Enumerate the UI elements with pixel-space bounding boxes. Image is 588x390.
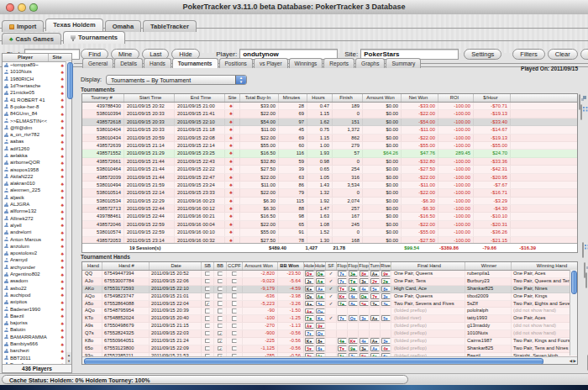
- hand-row[interactable]: QQ675494473942011/09/15 20:52-2,820-23.5…: [82, 271, 577, 278]
- player-row[interactable]: andrelorri♠: [3, 229, 66, 235]
- checkbox[interactable]: [232, 339, 237, 344]
- grid-view-icon[interactable]: [585, 272, 587, 288]
- hand-row[interactable]: AQo675498237472011/09/15 21:01-636-3.98Q…: [82, 293, 577, 301]
- column-header[interactable]: BB: [214, 262, 227, 270]
- checkbox[interactable]: ✓: [218, 331, 223, 336]
- column-header[interactable]: SB: [202, 262, 214, 270]
- player-row[interactable]: Allinek272♠: [3, 215, 66, 222]
- tournament-row[interactable]: 5380104342011/09/15 20:592011/09/15 22:0…: [82, 134, 577, 142]
- tournament-row[interactable]: 5380104642011/09/15 21:442011/09/15 22:2…: [82, 166, 577, 173]
- checkbox[interactable]: ✓: [218, 339, 223, 344]
- checkbox[interactable]: [205, 271, 210, 277]
- tab-winnings[interactable]: Winnings: [289, 58, 323, 68]
- player-row[interactable]: alyell♠: [3, 222, 66, 229]
- display-dropdown[interactable]: Tournaments – By Tournament ▲▼: [106, 75, 247, 85]
- column-header[interactable]: Flop: [337, 262, 348, 270]
- scroll-arrows-icon[interactable]: ◀ ▶: [570, 358, 576, 364]
- tournament-row[interactable]: 4385715522011/09/15 21:292011/09/15 23:2…: [82, 150, 577, 157]
- column-header[interactable]: Finish: [333, 94, 363, 102]
- checkbox[interactable]: [205, 293, 210, 298]
- tournament-row[interactable]: 5380104042011/09/15 20:332011/09/15 21:1…: [82, 126, 577, 134]
- checkbox[interactable]: [205, 331, 210, 336]
- player-row[interactable]: Balotin♠: [3, 326, 66, 333]
- column-header[interactable]: End Time: [175, 94, 225, 102]
- player-row[interactable]: aabas♠: [3, 138, 66, 145]
- sidebar-scrollbar[interactable]: [66, 61, 71, 364]
- player-row[interactable]: ~tomppa89~♠: [3, 61, 66, 68]
- hands-horizontal-scrollbar[interactable]: ◀ ▶: [82, 356, 577, 364]
- column-header[interactable]: SF: [326, 262, 337, 270]
- player-row[interactable]: ALJGRA♠: [3, 201, 66, 208]
- checkbox[interactable]: [218, 308, 223, 314]
- tab-reports[interactable]: Reports: [323, 58, 354, 68]
- checkbox[interactable]: [232, 346, 237, 351]
- player-row[interactable]: Baezil♠: [3, 313, 66, 319]
- checkbox[interactable]: ✓: [218, 346, 223, 351]
- column-header[interactable]: Amount Won: [243, 262, 278, 270]
- column-header[interactable]: Amount Won: [363, 94, 402, 102]
- player-row[interactable]: Bambiys666♠: [3, 340, 66, 347]
- tournament-row[interactable]: 4385720462011/09/15 22:592011/09/16 00:0…: [82, 221, 577, 229]
- checkbox[interactable]: [218, 271, 223, 277]
- checkbox[interactable]: [205, 324, 210, 329]
- player-row[interactable]: 41 ROBERT 41♠: [3, 96, 66, 103]
- column-header[interactable]: River: [381, 262, 391, 270]
- hand-row[interactable]: A5o675528640882011/09/15 22:04✓-5,223-3.…: [82, 301, 577, 308]
- player-row[interactable]: Aramyd♠: [3, 256, 66, 263]
- player-row[interactable]: bajoriss♠: [3, 319, 66, 326]
- player-row[interactable]: barchezi♠: [3, 347, 66, 354]
- tab-summary[interactable]: Summary: [386, 58, 421, 68]
- scrollbar-thumb[interactable]: [84, 358, 543, 365]
- checkbox[interactable]: [232, 308, 237, 314]
- tab-hands[interactable]: Hands: [144, 58, 171, 68]
- checkbox[interactable]: [205, 316, 210, 321]
- column-header[interactable]: Hole: [304, 262, 315, 270]
- hand-row[interactable]: AQo675487959542011/09/15 20:39-90-1.50A♥…: [82, 308, 577, 315]
- tab-tournaments[interactable]: Tournaments: [172, 58, 218, 68]
- checkbox[interactable]: [218, 301, 223, 306]
- grid-view-icon[interactable]: [580, 104, 582, 120]
- checkbox[interactable]: [232, 301, 237, 306]
- tab-graphs[interactable]: Graphs: [355, 58, 385, 68]
- tournament-row[interactable]: 4397884302011/09/15 20:322011/09/15 21:0…: [82, 103, 577, 110]
- tournament-row[interactable]: 5380105342011/09/15 22:292011/09/16 00:2…: [82, 198, 577, 205]
- column-header[interactable]: Hand: [82, 262, 102, 270]
- player-row[interactable]: BBT2011♠: [3, 354, 66, 361]
- checkbox[interactable]: [232, 324, 237, 329]
- column-header[interactable]: Minutes: [279, 94, 307, 102]
- checkbox[interactable]: [205, 287, 210, 292]
- player-row[interactable]: apostolosv2♠: [3, 250, 66, 256]
- hand-row[interactable]: Q7s675528243252011/09/15 22:03✓-900-0.56…: [82, 330, 577, 338]
- checkbox[interactable]: [205, 346, 210, 351]
- player-row[interactable]: 21micke05♠: [3, 89, 66, 96]
- player-row[interactable]: 84GUnn_84♠: [3, 110, 66, 117]
- hand-row[interactable]: A9s675504986792011/09/15 21:15-270-1.13A…: [82, 323, 577, 330]
- player-row[interactable]: aisopos1958♠: [3, 166, 66, 172]
- player-row[interactable]: Anton Marcus♠: [3, 235, 66, 242]
- column-header[interactable]: Flop: [359, 262, 370, 270]
- player-row[interactable]: airborneQOR♠: [3, 159, 66, 166]
- player-row[interactable]: >>ELMASTIN<<♠: [3, 117, 66, 124]
- player-row[interactable]: 1d?nertasche♠: [3, 82, 66, 89]
- checkbox[interactable]: [218, 287, 223, 292]
- checkbox[interactable]: [232, 331, 237, 336]
- checkbox[interactable]: [232, 316, 237, 321]
- scrollbar-thumb[interactable]: [67, 62, 73, 99]
- player-row[interactable]: aljasik♠: [3, 194, 66, 201]
- column-header[interactable]: Hand #: [102, 262, 150, 270]
- checkbox[interactable]: [218, 293, 223, 298]
- hand-row[interactable]: KTo675488520242011/09/15 20:40-100-1.25T…: [82, 315, 577, 323]
- tournament-row[interactable]: 5380105142011/09/15 22:142011/09/15 23:3…: [82, 189, 577, 197]
- player-row[interactable]: Badener1990♠: [3, 305, 66, 312]
- checkbox[interactable]: [232, 271, 237, 277]
- tournament-row[interactable]: 5380103942011/09/15 20:332011/09/15 21:4…: [82, 110, 577, 118]
- column-header[interactable]: Date: [150, 262, 202, 270]
- column-header[interactable]: Winning Hand: [512, 262, 578, 270]
- tab-positions[interactable]: Positions: [219, 58, 253, 68]
- player-row[interactable]: Argentino802♠: [3, 271, 66, 277]
- checkbox[interactable]: [205, 339, 210, 344]
- tab-vs-player[interactable]: vs Player: [254, 58, 288, 68]
- column-header[interactable]: Hole: [315, 262, 326, 270]
- checkbox[interactable]: [232, 287, 237, 292]
- tournament-row[interactable]: 5380105742011/09/15 22:592011/09/16 00:1…: [82, 229, 577, 236]
